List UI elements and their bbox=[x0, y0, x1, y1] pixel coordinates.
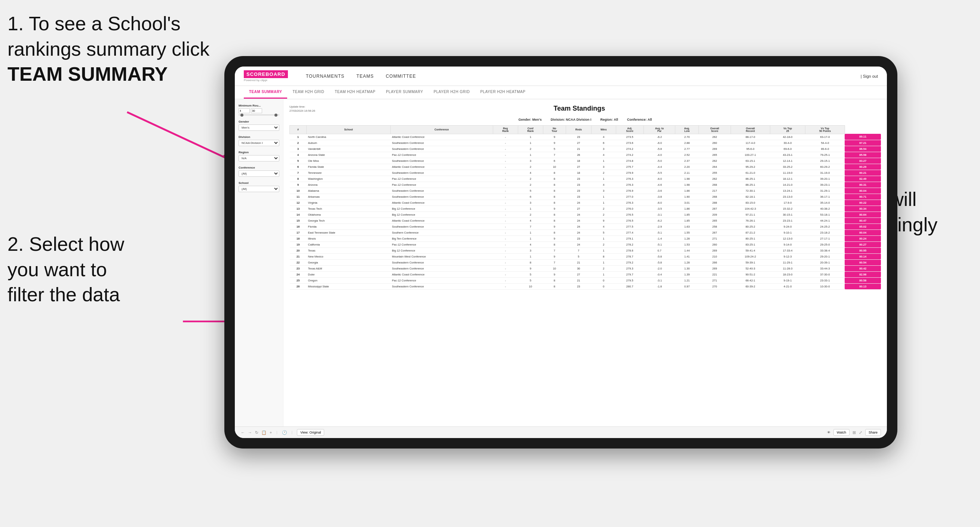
col-avg-par: Avg. toPar bbox=[643, 125, 675, 134]
table-cell: 2 bbox=[591, 241, 616, 248]
table-cell: 273.5 bbox=[616, 134, 643, 140]
table-cell: Southeastern Conference bbox=[390, 170, 493, 176]
conference-select[interactable]: (All) bbox=[239, 170, 279, 177]
table-cell: 82-18-1 bbox=[730, 194, 770, 200]
table-cell: - bbox=[493, 158, 518, 164]
table-cell: 8 bbox=[543, 182, 566, 187]
table-cell: 9 bbox=[518, 265, 543, 271]
toolbar-refresh-icon[interactable]: ↻ bbox=[255, 430, 258, 435]
table-row: 1North CarolinaAtlantic Coast Conference… bbox=[290, 134, 881, 140]
region-select[interactable]: N/A bbox=[239, 155, 279, 162]
min-rounds-min-input[interactable] bbox=[239, 108, 250, 113]
view-original-button[interactable]: View: Original bbox=[297, 429, 324, 436]
table-cell: Southeastern Conference bbox=[390, 187, 493, 194]
table-cell: 0 bbox=[591, 277, 616, 283]
min-rounds-slider[interactable] bbox=[239, 114, 279, 116]
table-cell: 277.4 bbox=[616, 230, 643, 235]
table-cell: 278.2 bbox=[616, 241, 643, 248]
toolbar-clock-icon[interactable]: 🕐 bbox=[282, 430, 287, 435]
min-rounds-max-input[interactable] bbox=[251, 108, 262, 113]
table-cell: -5.8 bbox=[643, 253, 675, 259]
range-thumb-left[interactable] bbox=[240, 114, 243, 117]
table-cell: 8 bbox=[543, 217, 566, 224]
table-cell: 33-44-3 bbox=[805, 265, 845, 271]
table-cell: 95-6-0 bbox=[730, 146, 770, 152]
table-row: 26Mississippi StateSoutheastern Conferen… bbox=[290, 283, 881, 289]
table-cell: 7 bbox=[543, 248, 566, 253]
table-cell: 269 bbox=[699, 248, 730, 253]
watch-button[interactable]: Watch bbox=[834, 429, 850, 436]
table-cell: 265 bbox=[699, 152, 730, 158]
region-filter-display: Region: All bbox=[600, 118, 618, 121]
table-cell: 85.02 bbox=[845, 224, 881, 230]
tab-team-summary[interactable]: TEAM SUMMARY bbox=[244, 86, 287, 99]
watch-icon: 👁 bbox=[827, 430, 830, 434]
gender-select[interactable]: Men's bbox=[239, 124, 279, 131]
toolbar-plus-icon[interactable]: + bbox=[270, 430, 272, 435]
table-cell: - bbox=[493, 206, 518, 211]
school-select[interactable]: (All) bbox=[239, 186, 279, 192]
table-cell: - bbox=[493, 271, 518, 277]
table-cell: 258 bbox=[699, 224, 730, 230]
table-cell: 23 bbox=[566, 182, 591, 187]
table-cell: 267 bbox=[699, 230, 730, 235]
col-wins: Wins bbox=[591, 125, 616, 134]
table-cell: 6 bbox=[518, 194, 543, 200]
table-cell: 17-9-0 bbox=[770, 200, 805, 206]
table-cell: 21 bbox=[290, 253, 307, 259]
sign-out-button[interactable]: | Sign out bbox=[861, 74, 878, 78]
table-cell: 31-19-0 bbox=[805, 170, 845, 176]
division-select[interactable]: NCAA Division I bbox=[239, 140, 279, 146]
share-button[interactable]: Share bbox=[865, 429, 881, 436]
table-cell: 5 bbox=[518, 277, 543, 283]
table-cell: 29-20-1 bbox=[805, 253, 845, 259]
table-cell: 255 bbox=[699, 170, 730, 176]
powered-by-label: Powered by clippi bbox=[244, 78, 288, 82]
toolbar-copy-icon[interactable]: 📋 bbox=[261, 430, 267, 435]
tab-player-h2h-heatmap[interactable]: PLAYER H2H HEATMAP bbox=[475, 86, 531, 99]
table-cell: 276.3 bbox=[616, 176, 643, 182]
table-cell: California bbox=[307, 241, 390, 248]
table-cell: 12 bbox=[290, 200, 307, 206]
division-filter: Division NCAA Division I bbox=[239, 135, 279, 146]
table-cell: 23 bbox=[566, 235, 591, 241]
tab-team-h2h-heatmap[interactable]: TEAM H2H HEATMAP bbox=[329, 86, 381, 99]
table-cell: 260 bbox=[699, 241, 730, 248]
table-cell: 4 bbox=[591, 152, 616, 158]
table-cell: 23-33-1 bbox=[805, 277, 845, 283]
tab-player-summary[interactable]: PLAYER SUMMARY bbox=[381, 86, 428, 99]
tab-team-h2h-grid[interactable]: TEAM H2H GRID bbox=[287, 86, 329, 99]
table-row: 3VanderbiltSoutheastern Conference-25213… bbox=[290, 146, 881, 152]
table-cell: 16 bbox=[290, 224, 307, 230]
table-cell: 9-24-0 bbox=[770, 224, 805, 230]
min-rounds-range bbox=[239, 108, 279, 113]
table-cell: 2 bbox=[591, 265, 616, 271]
table-cell: 210 bbox=[699, 253, 730, 259]
table-cell: 209 bbox=[699, 211, 730, 217]
toolbar-grid-icon[interactable]: ⊞ bbox=[853, 430, 856, 435]
table-cell: 86.54 bbox=[845, 146, 881, 152]
gender-filter-display: Gender: Men's bbox=[519, 118, 542, 121]
table-cell: 23-13-0 bbox=[770, 194, 805, 200]
toolbar-forward-icon[interactable]: → bbox=[248, 430, 252, 435]
table-cell: 24 bbox=[566, 200, 591, 206]
nav-tournaments[interactable]: TOURNAMENTS bbox=[306, 74, 344, 79]
table-cell: 1.86 bbox=[675, 187, 699, 194]
table-cell: Texas Tech bbox=[307, 206, 390, 211]
toolbar-expand-icon[interactable]: ⤢ bbox=[859, 430, 862, 435]
table-cell: 2 bbox=[591, 211, 616, 217]
table-cell: 8 bbox=[543, 230, 566, 235]
table-cell: 269 bbox=[699, 146, 730, 152]
table-cell: 26 bbox=[290, 283, 307, 289]
table-cell: -5.8 bbox=[643, 146, 675, 152]
table-cell: 21 bbox=[566, 259, 591, 265]
toolbar-back-icon[interactable]: ← bbox=[241, 430, 245, 435]
nav-committee[interactable]: COMMITTEE bbox=[386, 74, 416, 79]
nav-teams[interactable]: TEAMS bbox=[356, 74, 374, 79]
range-thumb-right[interactable] bbox=[274, 114, 277, 117]
table-row: 2AuburnSoutheastern Conference-19276273.… bbox=[290, 140, 881, 146]
table-cell: 2 bbox=[518, 164, 543, 170]
tab-player-h2h-grid[interactable]: PLAYER H2H GRID bbox=[428, 86, 475, 99]
table-cell: 80.04 bbox=[845, 187, 881, 194]
table-cell: 11-19-0 bbox=[770, 170, 805, 176]
